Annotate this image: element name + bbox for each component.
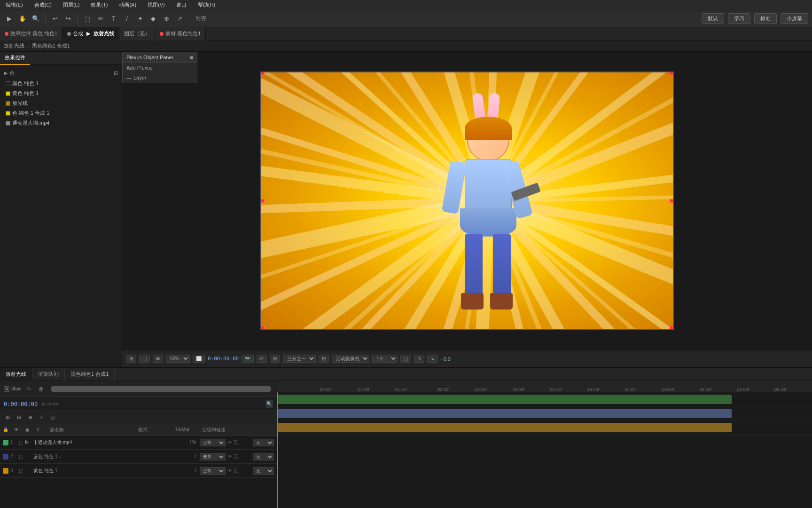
workspace-standard[interactable]: 标准	[754, 13, 777, 24]
layer-transform-3: /	[195, 468, 196, 473]
timeline-bars-area[interactable]	[277, 392, 812, 508]
timeline-controls-row: 8 8bpc ∿ 🗑	[0, 381, 277, 397]
tl-layer-row-2[interactable]: 2 ⬚ 蓝色 纯色 1... / 叠加 👁 无 无	[0, 450, 277, 464]
workspace-learn[interactable]: 学习	[728, 13, 750, 24]
tool-camera[interactable]: ↗	[174, 13, 185, 24]
tl-btn-1[interactable]: ⊞	[3, 413, 12, 422]
tl-btn-2[interactable]: ⊟	[14, 413, 23, 422]
handle-tr[interactable]	[670, 72, 673, 76]
tl-layer-row-1[interactable]: 1 ⬚ fx 卡通动漫人物.mp4 / fx 正常 👁 无	[0, 436, 277, 450]
plexus-layer-item[interactable]: — Layer	[123, 72, 197, 83]
motion-blur-btn[interactable]: ⊙	[414, 355, 424, 363]
layer-item-3[interactable]: 色 纯色 1 合成 1	[3, 108, 119, 118]
view-count-select[interactable]: 1个...	[372, 355, 398, 363]
playhead[interactable]	[277, 392, 278, 508]
timeline-tab-black[interactable]: 黑色纯色1 合成1	[65, 368, 115, 381]
effect-control-tab[interactable]: 效果控件 黄色 纯色1	[0, 27, 62, 40]
footage-tab[interactable]: 素材 黑色纯色1	[155, 27, 206, 40]
tool-redo[interactable]: ↪	[62, 13, 74, 24]
grid-toggle-btn[interactable]: ⊟	[319, 355, 329, 363]
menu-help[interactable]: 帮助(H)	[196, 0, 217, 9]
tab-dot-comp	[67, 32, 71, 36]
layer-item-4[interactable]: 通动漫人物.mp4	[3, 118, 119, 128]
layer-parent-2: 👁 无	[227, 453, 251, 460]
tool-shape[interactable]: ◆	[148, 13, 159, 24]
camera-select[interactable]: 活动摄像机	[332, 355, 369, 363]
fit-btn[interactable]: ⬜	[193, 355, 205, 363]
workspace-small[interactable]: 小屏幕	[781, 13, 808, 24]
preview-display-btn[interactable]: ⬚	[139, 355, 150, 363]
add-icon[interactable]: ⊞	[114, 70, 118, 76]
tool-pen[interactable]: /	[121, 13, 133, 24]
composition-tab[interactable]: 合成 ▶ 放射光线	[62, 27, 119, 40]
menu-animation[interactable]: 动画(A)	[117, 0, 138, 9]
grid-select[interactable]: 三分之一	[283, 355, 316, 363]
menu-compose[interactable]: 合成(C)	[32, 0, 54, 9]
tool-zoom[interactable]: 🔍	[30, 13, 41, 24]
menu-window[interactable]: 窗口	[174, 0, 188, 9]
handle-bl[interactable]	[261, 326, 265, 330]
tool-brush[interactable]: ✏	[95, 13, 106, 24]
plexus-menu-icon[interactable]: ≡	[190, 55, 193, 60]
layer-item-2[interactable]: 放光线	[3, 98, 119, 108]
layer-parent-select-2[interactable]: 无	[253, 453, 274, 460]
tl-bar-1[interactable]	[277, 395, 732, 404]
tool-undo[interactable]: ↩	[49, 13, 61, 24]
timeline-tab-main[interactable]: 放射光线	[0, 368, 32, 381]
left-tab-effect[interactable]: 效果控件	[0, 52, 30, 65]
tl-bar-2[interactable]	[277, 409, 732, 418]
layer-mode-select-1[interactable]: 正常	[200, 439, 226, 446]
camera-icon-btn[interactable]: 📷	[242, 355, 254, 363]
breadcrumb-2[interactable]: 黑色纯色1 合成1	[32, 42, 70, 49]
tl-layer-row-3[interactable]: 3 ⬚ 黄色 纯色 1 / 正常 👁 无 无	[0, 464, 277, 478]
preview-icon-btn[interactable]: ⊞	[126, 355, 136, 363]
breadcrumb-1[interactable]: 放射光线	[4, 42, 24, 49]
handle-ml[interactable]	[261, 199, 265, 203]
tool-hand[interactable]: ✋	[17, 13, 28, 24]
tl-bar-3[interactable]	[277, 423, 732, 432]
bpc-toggle[interactable]: 8	[4, 386, 9, 392]
tl-btn-5[interactable]: ◎	[48, 413, 57, 422]
zoom-select[interactable]: 50%	[166, 355, 190, 363]
layer-item-1[interactable]: 黄色 纯色 1	[3, 88, 119, 98]
tl-trash-btn[interactable]: 🗑	[37, 384, 46, 394]
tool-separator-1	[45, 14, 46, 24]
workspace-default[interactable]: 默认	[702, 13, 724, 24]
handle-tl[interactable]	[261, 72, 265, 76]
menu-effect[interactable]: 效果(T)	[89, 0, 109, 9]
layer-item-0[interactable]: 黑色 纯色 1	[3, 79, 119, 88]
layer-parent-select-1[interactable]: 无	[253, 439, 274, 446]
preview-canvas-area[interactable]	[122, 52, 812, 350]
layer-mode-select-3[interactable]: 正常	[200, 467, 226, 475]
tool-roto[interactable]: ⊕	[161, 13, 172, 24]
tool-pin[interactable]: ✦	[134, 13, 146, 24]
layer-parent-select-3[interactable]: 无	[253, 467, 274, 475]
grid-overlay-btn[interactable]: ⊞	[270, 355, 280, 363]
col-header-eye: 👁	[14, 427, 22, 432]
tl-btn-4[interactable]: ✧	[37, 413, 46, 422]
menu-edit[interactable]: 编辑(E)	[4, 0, 25, 9]
tl-btn-3[interactable]: ⊕	[25, 413, 35, 422]
preview-toggle-btn[interactable]: ⊙	[257, 355, 267, 363]
timeline-layers-panel: 8 8bpc ∿ 🗑 0:00:00:00 30.00 fps 🔍	[0, 381, 277, 508]
swatch-3	[6, 111, 10, 116]
menu-view[interactable]: 视图(V)	[146, 0, 167, 9]
search-btn[interactable]: 🔍	[265, 400, 273, 408]
plexus-add-button[interactable]: Add Plexus	[123, 63, 197, 72]
handle-br[interactable]	[670, 326, 673, 330]
tool-select[interactable]: ▶	[4, 13, 15, 24]
tl-graph-btn[interactable]: ∿	[24, 384, 34, 394]
layer-tab[interactable]: 图层（无）	[119, 27, 155, 40]
tl-color-bar-control[interactable]	[51, 386, 271, 392]
layer-mode-select-2[interactable]: 叠加	[200, 453, 226, 460]
handle-mr[interactable]	[670, 199, 673, 203]
graph-btn[interactable]: ∿	[427, 355, 437, 363]
render-options-btn[interactable]: ⬚	[400, 355, 411, 363]
timeline-tab-render[interactable]: 渲染队列	[32, 368, 65, 381]
menu-layer[interactable]: 图层(L)	[61, 0, 81, 9]
tool-rect[interactable]: ⬚	[82, 13, 93, 24]
tool-text[interactable]: T	[108, 13, 119, 24]
align-button[interactable]: 对齐	[193, 13, 209, 24]
tool-separator-2	[78, 14, 78, 24]
preview-quality-btn[interactable]: ✿	[153, 355, 163, 363]
